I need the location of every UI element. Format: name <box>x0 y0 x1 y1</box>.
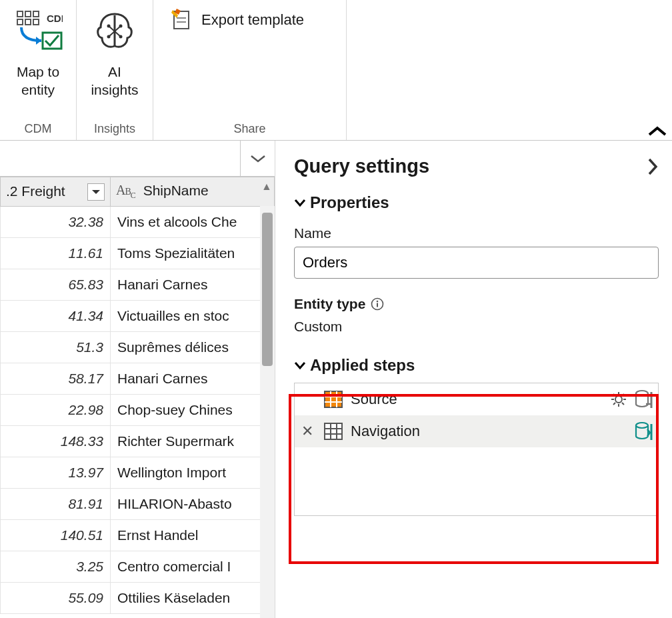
svg-rect-2 <box>33 11 39 17</box>
cell-freight[interactable]: 140.51 <box>1 520 111 551</box>
entity-type-label: Entity type <box>294 296 365 312</box>
table-row[interactable]: 65.83Hanari Carnes <box>1 269 275 301</box>
cell-freight[interactable]: 65.83 <box>1 269 111 301</box>
table-row[interactable]: 58.17Hanari Carnes <box>1 363 275 395</box>
svg-rect-3 <box>17 19 23 25</box>
vertical-scrollbar[interactable]: ▲ <box>260 206 275 618</box>
export-template-button[interactable]: Export template <box>163 4 311 36</box>
cell-freight[interactable]: 3.25 <box>1 551 111 583</box>
data-pane: .2 Freight ABC ShipName 32.38Vins et alc… <box>0 141 275 618</box>
svg-rect-5 <box>33 19 39 25</box>
table-row[interactable]: 81.91HILARION-Abasto <box>1 489 275 520</box>
ribbon-collapse-toggle[interactable] <box>648 125 667 137</box>
cell-shipname[interactable]: Hanari Carnes <box>111 269 275 301</box>
svg-rect-1 <box>25 11 31 17</box>
cell-freight[interactable]: 41.34 <box>1 301 111 332</box>
svg-rect-23 <box>325 391 342 407</box>
export-template-label: Export template <box>201 11 304 29</box>
properties-section-toggle[interactable]: Properties <box>294 193 659 212</box>
formula-expand-toggle[interactable] <box>240 141 275 176</box>
cell-shipname[interactable]: Richter Supermark <box>111 426 275 457</box>
cell-shipname[interactable]: Suprêmes délices <box>111 332 275 363</box>
svg-point-28 <box>615 396 622 403</box>
svg-rect-0 <box>17 11 23 17</box>
svg-rect-40 <box>325 423 342 439</box>
table-row[interactable]: 55.09Ottilies Käseladen <box>1 583 275 614</box>
main-area: .2 Freight ABC ShipName 32.38Vins et alc… <box>0 141 672 618</box>
query-settings-expand[interactable] <box>647 158 659 175</box>
datasource-icon[interactable] <box>634 389 653 409</box>
datasource-icon[interactable] <box>634 421 653 441</box>
svg-point-37 <box>636 391 648 396</box>
table-icon <box>323 421 344 442</box>
column-header-shipname[interactable]: ABC ShipName <box>111 177 275 207</box>
cell-freight[interactable]: 58.17 <box>1 363 111 395</box>
export-template-icon <box>169 8 193 32</box>
cell-freight[interactable]: 55.09 <box>1 583 111 614</box>
cell-shipname[interactable]: HILARION-Abasto <box>111 489 275 520</box>
formula-input[interactable] <box>0 141 240 176</box>
table-row[interactable]: 41.34Victuailles en stoc <box>1 301 275 332</box>
table-row[interactable]: 140.51Ernst Handel <box>1 520 275 551</box>
cell-shipname[interactable]: Centro comercial I <box>111 551 275 583</box>
cell-freight[interactable]: 81.91 <box>1 489 111 520</box>
ribbon: CDM Map to entity CDM <box>0 0 672 141</box>
scrollbar-thumb[interactable] <box>262 213 273 366</box>
scroll-up-icon[interactable]: ▲ <box>261 181 272 193</box>
data-grid[interactable]: .2 Freight ABC ShipName 32.38Vins et alc… <box>0 177 275 618</box>
cell-freight[interactable]: 32.38 <box>1 207 111 238</box>
table-row[interactable]: 3.25Centro comercial I <box>1 551 275 583</box>
table-row[interactable]: 11.61Toms Spezialitäten <box>1 238 275 269</box>
table-row[interactable]: 13.97Wellington Import <box>1 457 275 489</box>
cell-freight[interactable]: 51.3 <box>1 332 111 363</box>
column-filter-freight[interactable] <box>87 183 105 201</box>
table-row[interactable]: 51.3Suprêmes délices <box>1 332 275 363</box>
cell-freight[interactable]: 13.97 <box>1 457 111 489</box>
info-icon[interactable] <box>371 297 384 311</box>
delete-step-icon[interactable]: ✕ <box>299 423 316 440</box>
applied-step-name: Source <box>351 391 603 408</box>
entity-type-value: Custom <box>294 319 659 335</box>
table-row[interactable]: 148.33Richter Supermark <box>1 426 275 457</box>
table-row[interactable]: 22.98Chop-suey Chines <box>1 395 275 426</box>
cell-freight[interactable]: 11.61 <box>1 238 111 269</box>
cell-shipname[interactable]: Ernst Handel <box>111 520 275 551</box>
table-orange-icon <box>323 389 344 410</box>
cell-freight[interactable]: 148.33 <box>1 426 111 457</box>
ribbon-group-insights: AI insights Insights <box>77 0 153 140</box>
map-to-entity-button[interactable]: CDM Map to entity <box>9 4 67 101</box>
ribbon-group-insights-label: Insights <box>94 119 135 140</box>
svg-rect-22 <box>377 303 378 307</box>
column-header-freight-label: .2 Freight <box>6 183 65 199</box>
name-field-label: Name <box>294 225 659 241</box>
applied-steps-header-label: Applied steps <box>310 356 415 375</box>
cell-shipname[interactable]: Ottilies Käseladen <box>111 583 275 614</box>
applied-step[interactable]: ✕Navigation <box>295 415 658 447</box>
column-header-freight[interactable]: .2 Freight <box>1 177 111 207</box>
applied-step[interactable]: Source <box>295 383 658 415</box>
svg-point-45 <box>636 423 648 428</box>
formula-bar <box>0 141 275 177</box>
query-name-input[interactable] <box>294 247 659 279</box>
cell-shipname[interactable]: Toms Spezialitäten <box>111 238 275 269</box>
svg-text:CDM: CDM <box>47 13 63 24</box>
gear-icon[interactable] <box>610 391 627 408</box>
column-header-shipname-label: ShipName <box>143 183 209 198</box>
query-settings-title: Query settings <box>294 155 429 177</box>
cell-freight[interactable]: 22.98 <box>1 395 111 426</box>
cell-shipname[interactable]: Chop-suey Chines <box>111 395 275 426</box>
cell-shipname[interactable]: Victuailles en stoc <box>111 301 275 332</box>
svg-point-21 <box>377 301 379 303</box>
cell-shipname[interactable]: Wellington Import <box>111 457 275 489</box>
svg-line-36 <box>622 394 624 396</box>
map-to-entity-label: Map to entity <box>17 63 59 99</box>
applied-steps-section-toggle[interactable]: Applied steps <box>294 356 659 375</box>
table-row[interactable]: 32.38Vins et alcools Che <box>1 207 275 238</box>
svg-line-33 <box>613 394 615 396</box>
cell-shipname[interactable]: Vins et alcools Che <box>111 207 275 238</box>
ai-insights-button[interactable]: AI insights <box>86 4 143 101</box>
cell-shipname[interactable]: Hanari Carnes <box>111 363 275 395</box>
map-to-entity-icon: CDM <box>12 5 64 59</box>
brain-icon <box>89 5 141 59</box>
svg-line-34 <box>622 403 624 405</box>
